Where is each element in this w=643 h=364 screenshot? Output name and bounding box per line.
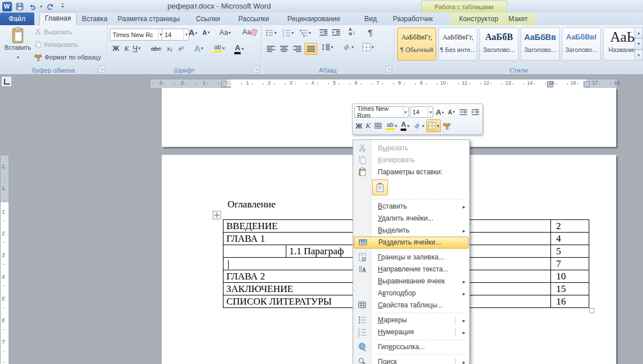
multilevel-list-button[interactable]: ▾ [299,29,311,37]
toc-page-cell[interactable]: 2 [551,220,589,233]
font-size-dropdown-icon[interactable]: ▾ [183,29,187,40]
font-color-button[interactable]: А▾ [234,43,243,54]
tab-retsenzirovanie[interactable]: Рецензирование [282,13,346,25]
tab-glavnaya[interactable]: Главная [39,12,77,25]
menu-item-select[interactable]: Выделить ▸ [353,225,469,237]
save-button[interactable] [14,1,25,11]
table-move-handle[interactable] [213,211,221,219]
clear-formatting-button[interactable]: Аа [242,28,257,36]
gallery-more-icon[interactable]: ▼ [634,50,643,61]
word-logo-icon[interactable]: W [2,1,12,11]
mini-shading-button[interactable]: ▾ [412,120,425,131]
align-center-button[interactable] [278,43,290,54]
sort-button[interactable]: АЯ ↓ [349,27,356,37]
underline-button[interactable]: Ч▾ [133,44,141,53]
menu-item-borders-shading[interactable]: Границы и заливка... [353,251,469,263]
tab-razrabotchik[interactable]: Разработчик [388,13,438,25]
table-resize-handle[interactable] [589,308,594,313]
text-effects-button[interactable]: А▾ [194,43,203,53]
mini-font-name-combo[interactable]: Times New Rom▾ [354,106,409,118]
line-spacing-button[interactable]: ▾ [321,43,333,51]
copy-button[interactable]: Копировать [34,41,78,48]
ruler-column-marker-icon[interactable] [584,81,590,87]
first-line-indent-marker[interactable] [225,79,231,86]
redo-button[interactable] [45,1,55,11]
menu-item-insert[interactable]: Вставить ▸ [353,201,469,213]
toc-page-cell[interactable]: 5 [551,245,589,258]
strikethrough-button[interactable]: abc [151,45,161,52]
menu-item-hyperlink[interactable]: Гиперссылка... [353,341,469,353]
document-heading[interactable]: Оглавление [227,199,275,210]
style-card-bez-intervala[interactable]: АаБбВвГг, ¶ Без инте... [438,27,477,61]
shading-button[interactable]: ▾ [342,43,354,51]
tab-vstavka[interactable]: Вставка [77,13,113,25]
mini-decrease-indent-button[interactable] [458,106,469,118]
gallery-down-icon[interactable]: ▼ [634,38,643,49]
mini-font-color-button[interactable]: А▾ [400,120,411,131]
font-size-combo[interactable]: 14▾ [162,29,189,41]
tab-maket[interactable]: Макет [504,13,533,25]
pilcrow-button[interactable]: ¶ [368,27,373,37]
menu-item-table-properties[interactable]: Свойства таблицы... [353,299,469,311]
shrink-font-button[interactable]: А▼ [202,29,210,36]
highlight-color-button[interactable]: ab▾ [214,43,225,53]
mini-justify-button[interactable] [373,120,384,131]
tab-stop-selector[interactable] [1,76,12,87]
tab-konstruktor[interactable]: Конструктор [454,13,503,25]
gallery-up-icon[interactable]: ▲ [634,27,643,38]
menu-item-delete-cells[interactable]: Удалить ячейки... [353,213,469,225]
mini-increase-indent-button[interactable] [470,106,481,118]
mini-format-painter-button[interactable] [442,120,452,131]
mini-italic-button[interactable]: K [365,120,372,131]
customize-qat-button[interactable]: ▾ [57,1,67,11]
menu-item-split-cells[interactable]: Разделить ячейки... [354,237,469,249]
font-name-dropdown-icon[interactable]: ▾ [158,29,162,40]
toc-page-cell[interactable]: 15 [551,283,589,295]
format-painter-button[interactable]: Формат по образцу [34,53,101,61]
undo-button[interactable] [27,1,37,11]
clipboard-dialog-launcher[interactable]: ↘ [98,66,105,73]
toc-indent-cell[interactable] [223,245,286,258]
borders-button[interactable]: ▾ [362,43,374,51]
undo-dropdown-arrow-icon[interactable]: ▾ [40,4,42,9]
tab-file[interactable]: Файл [0,13,34,25]
paste-keep-formatting-button[interactable] [372,179,388,195]
menu-item-cell-alignment[interactable]: Выравнивание ячеек ▸ [353,275,469,287]
align-right-button[interactable] [291,43,303,54]
numbering-button[interactable]: 123▾ [282,29,294,37]
grow-font-button[interactable]: А▲ [189,28,198,37]
font-name-combo[interactable]: Times New Rc▾ [110,29,163,41]
decrease-indent-button[interactable] [319,29,328,37]
toc-page-cell[interactable]: 4 [551,233,589,245]
mini-borders-button[interactable]: ▾ [426,119,441,132]
mini-highlight-button[interactable]: ab▾ [385,120,398,131]
menu-item-autofit[interactable]: Автоподбор ▸ [353,287,469,299]
style-card-obychnyi[interactable]: АаБбВвГг, ¶ Обычный [397,27,436,61]
tab-vid[interactable]: Вид [359,13,382,25]
mini-grow-font-button[interactable]: А▲ [434,106,445,118]
cut-button[interactable]: Вырезать [34,28,72,35]
font-dialog-launcher[interactable]: ↘ [253,66,259,73]
paragraph-dialog-launcher[interactable]: ↘ [385,66,392,73]
bullets-button[interactable]: ▾ [265,29,277,37]
style-card-zagolovok3[interactable]: АаБбВвI Заголово... [562,27,601,61]
toc-page-cell[interactable]: 10 [551,270,589,283]
italic-button[interactable]: K [122,44,131,53]
subscript-button[interactable]: x₂ [167,45,173,52]
tab-razmetka-stranitsy[interactable]: Разметка страницы [113,13,185,25]
toc-page-cell[interactable]: 16 [551,295,589,308]
menu-item-numbering[interactable]: 123 Нумерация ▸ [353,326,469,338]
mini-bold-button[interactable]: Ж [354,120,364,131]
bold-button[interactable]: Ж [111,44,121,53]
paste-button[interactable]: Вставить ▾ [3,27,32,65]
menu-item-search[interactable]: Поиск ▸ [353,356,469,364]
menu-item-text-direction[interactable]: Направление текста... [353,263,469,275]
mini-font-size-combo[interactable]: 14▾ [410,106,434,118]
menu-item-bullets[interactable]: Маркеры ▸ [353,314,469,326]
tab-ssylki[interactable]: Ссылки [191,13,225,25]
increase-indent-button[interactable] [332,29,341,37]
justify-button[interactable] [305,43,317,55]
style-card-zagolovok1[interactable]: АаБбВ Заголово... [480,27,518,61]
style-card-zagolovok2[interactable]: АаБбВв Заголово... [521,27,560,61]
change-case-button[interactable]: Аа▾ [219,29,231,37]
